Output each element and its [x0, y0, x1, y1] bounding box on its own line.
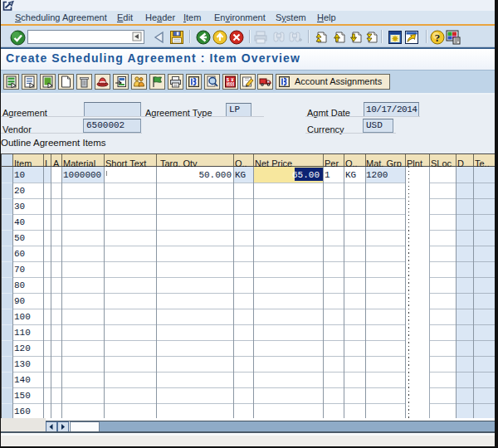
svg-text:?: ? [435, 32, 441, 44]
svg-text:100: 100 [227, 81, 234, 86]
